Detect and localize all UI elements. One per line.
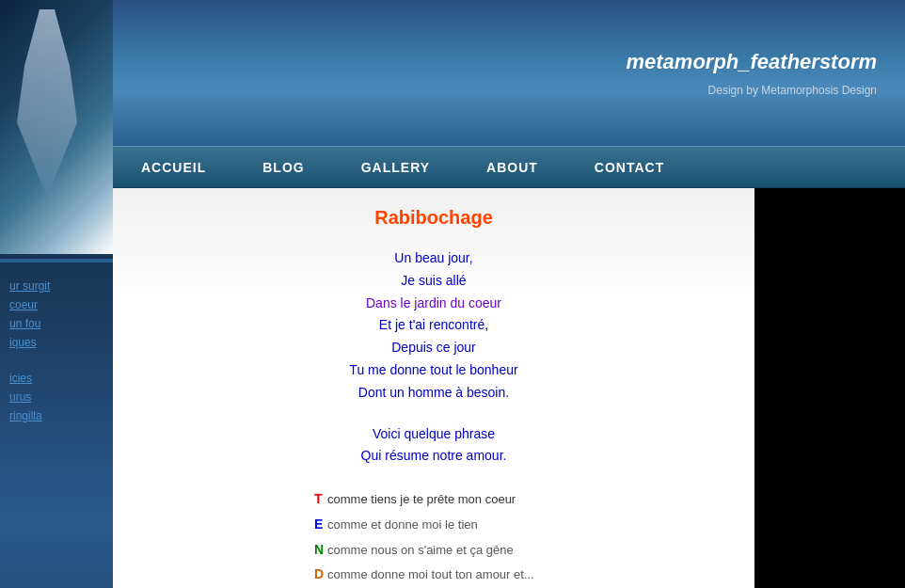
acro-rest-0: comme tiens je te prête mon coeur: [327, 488, 516, 512]
acro-rest-1: comme et donne moi le tien: [327, 514, 478, 537]
sidebar-link-7[interactable]: ringilla: [5, 406, 108, 425]
acro-line-1: E comme et donne moi le tien: [314, 512, 553, 537]
poem-title: Rabibochage: [151, 207, 717, 229]
acro-rest-2: comme nous on s'aime et ça gêne: [327, 539, 514, 563]
stanza1-line2: Je suis allé: [151, 270, 717, 293]
acro-letter-0: T: [314, 486, 327, 512]
stanza1-line4: Et je t'ai rencontré,: [151, 314, 717, 337]
acrostic-poem: T comme tiens je te prête mon coeurE com…: [314, 486, 553, 588]
left-sidebar: ur surgit coeur un fou iques icies urus …: [0, 0, 113, 588]
content-area: Rabibochage Un beau jour, Je suis allé D…: [113, 188, 754, 588]
acro-letter-2: N: [314, 537, 327, 563]
acro-line-0: T comme tiens je te prête mon coeur: [314, 486, 553, 512]
nav-bar: ACCUEIL BLOG GALLERY ABOUT CONTACT: [113, 146, 905, 188]
content-inner: Rabibochage Un beau jour, Je suis allé D…: [151, 207, 717, 588]
header-image: [0, 0, 113, 254]
nav-contact[interactable]: CONTACT: [566, 149, 692, 186]
acro-letter-1: E: [314, 512, 327, 537]
main-area: metamorph_featherstorm Design by Metamor…: [113, 0, 905, 588]
stanza2-line1: Voici quelque phrase: [151, 423, 717, 446]
nav-accueil[interactable]: ACCUEIL: [113, 149, 234, 186]
acro-letter-3: D: [314, 562, 327, 587]
nav-about[interactable]: ABOUT: [458, 149, 566, 186]
acro-line-2: N comme nous on s'aime et ça gêne: [314, 537, 553, 563]
stanza1-line7: Dont un homme à besoin.: [151, 382, 717, 405]
site-header: metamorph_featherstorm Design by Metamor…: [113, 0, 905, 146]
stanza1-line6: Tu me donne tout le bonheur: [151, 359, 717, 382]
sidebar-link-4[interactable]: iques: [5, 333, 108, 352]
site-title: metamorph_featherstorm: [626, 50, 877, 74]
sidebar-link-6[interactable]: urus: [5, 388, 108, 406]
sidebar-link-5[interactable]: icies: [5, 369, 108, 388]
design-credit: Design by Metamorphosis Design: [708, 84, 877, 97]
acro-rest-3: comme donne moi tout ton amour et...: [327, 564, 534, 587]
sidebar-divider: [0, 259, 113, 262]
stanza2-line2: Qui résume notre amour.: [151, 445, 717, 468]
acro-line-3: D comme donne moi tout ton amour et...: [314, 562, 553, 587]
stanza1-line5: Depuis ce jour: [151, 337, 717, 359]
nav-blog[interactable]: BLOG: [234, 149, 332, 186]
stanza1-line3: Dans le jardin du coeur: [151, 293, 717, 315]
nav-gallery[interactable]: GALLERY: [333, 149, 458, 186]
right-panel: [754, 188, 905, 588]
sidebar-link-3[interactable]: un fou: [5, 314, 108, 333]
sidebar-link-2[interactable]: coeur: [5, 295, 108, 314]
stanza1-line1: Un beau jour,: [151, 247, 717, 270]
sidebar-link-1[interactable]: ur surgit: [5, 277, 108, 295]
sidebar-links: ur surgit coeur un fou iques icies urus …: [0, 267, 113, 435]
poem-stanza-1: Un beau jour, Je suis allé Dans le jardi…: [151, 247, 717, 405]
poem-stanza-2: Voici quelque phrase Qui résume notre am…: [151, 423, 717, 469]
